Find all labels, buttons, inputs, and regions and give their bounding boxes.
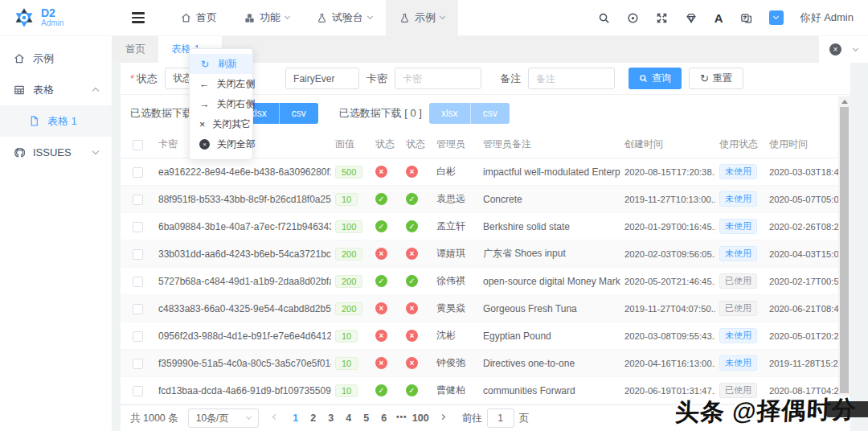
tab-label: 首页 [125, 43, 145, 56]
note-input[interactable] [528, 68, 615, 89]
header-tools: A 你好 Admin [598, 0, 868, 35]
status-filter-label: 状态 [130, 72, 158, 86]
next-page-button[interactable] [436, 417, 449, 419]
key-input[interactable] [395, 68, 481, 89]
csv-download-button[interactable]: csv [280, 103, 318, 124]
table-body: ea916222-8e94-4e6e-b438-6a3096280f19500×… [121, 158, 850, 431]
refresh-icon: ↻ [199, 58, 211, 70]
scrollbar-thumb[interactable] [840, 107, 849, 393]
nav-item-playground[interactable]: 试验台 [303, 0, 386, 35]
pagination-ellipsis[interactable]: ••• [393, 413, 411, 424]
total-count-label: 共 1000 条 [130, 412, 178, 425]
scroll-up-arrow-icon[interactable] [838, 96, 850, 106]
theme-dropdown[interactable] [769, 10, 784, 25]
menu-item-close-all[interactable]: × 关闭全部 [190, 134, 252, 154]
status-error-icon: × [375, 248, 387, 260]
focus-icon[interactable] [627, 12, 639, 24]
nav-item-label: 试验台 [332, 10, 363, 25]
sidebar-item-issues[interactable]: ISSUES [0, 137, 112, 168]
search-icon [639, 74, 648, 83]
menu-item-refresh[interactable]: ↻ 刷新 [190, 54, 252, 74]
app-window: D2 Admin 首页 功能 试验台 示例 [0, 0, 868, 431]
row-checkbox[interactable] [133, 249, 143, 260]
fullscreen-icon[interactable] [656, 12, 668, 24]
sidebar-item-table[interactable]: 表格 [0, 74, 112, 105]
row-checkbox[interactable] [133, 359, 143, 369]
tab-home[interactable]: 首页 [113, 36, 158, 63]
table-row: f359990e-51a5-4c0a-80c5-3a5c70e5f01410××… [121, 350, 850, 377]
page-number-button[interactable]: 3 [322, 413, 340, 424]
page-number-button[interactable]: 6 [375, 413, 393, 424]
admin-name-cell: 黄昊焱 [432, 295, 479, 322]
card-key-cell: fcd13baa-dcda-4a66-91d9-bf109735509e [154, 377, 331, 404]
sidebar-item-table-1[interactable]: 表格 1 [0, 105, 112, 137]
nav-item-features[interactable]: 功能 [231, 0, 303, 35]
close-all-tabs-icon[interactable]: × [829, 43, 841, 55]
prev-page-button[interactable] [268, 417, 282, 419]
value-badge: 100 [335, 220, 362, 233]
use-status-badge: 未使用 [719, 191, 757, 207]
sidebar-item-label: 示例 [33, 51, 54, 66]
row-checkbox[interactable] [133, 277, 143, 287]
use-status-badge: 未使用 [719, 355, 757, 371]
search-button[interactable]: 查询 [628, 68, 682, 89]
status-error-icon: × [375, 302, 387, 314]
menu-item-close-left[interactable]: ← 关闭左侧 [190, 74, 252, 94]
sidebar-item-label: ISSUES [33, 146, 72, 158]
note-filter-label: 备注 [500, 72, 521, 86]
csv-download-button-disabled[interactable]: csv [471, 103, 510, 124]
use-status-badge: 未使用 [719, 219, 757, 234]
language-icon[interactable] [740, 12, 752, 24]
table-row: ea916222-8e94-4e6e-b438-6a3096280f19500×… [121, 158, 850, 186]
search-icon[interactable] [598, 12, 610, 24]
page-number-button[interactable]: 100 [411, 413, 431, 424]
created-time-cell: 2020-03-08T09:55:43... [620, 322, 715, 350]
app-logo[interactable]: D2 Admin [0, 0, 121, 35]
admin-name-cell: 白彬 [432, 158, 479, 186]
page-number-button[interactable]: 2 [305, 413, 322, 424]
menu-toggle-icon[interactable] [121, 0, 156, 35]
created-time-cell: 2019-11-27T10:13:00... [620, 186, 715, 213]
admin-input[interactable] [285, 68, 359, 89]
nav-item-demo[interactable]: 示例 [386, 0, 458, 35]
card-key-cell: ea916222-8e94-4e6e-b438-6a3096280f19 [154, 158, 331, 186]
page-number-button[interactable]: 4 [340, 413, 358, 424]
gem-icon[interactable] [685, 12, 698, 24]
row-checkbox[interactable] [133, 167, 143, 178]
chevron-down-icon [246, 414, 252, 420]
status-success-icon: ✓ [375, 384, 387, 396]
row-checkbox[interactable] [133, 331, 143, 342]
row-checkbox[interactable] [133, 304, 143, 314]
page-number-button[interactable]: 1 [287, 413, 305, 424]
admin-note-cell: Gorgeous Fresh Tuna [479, 295, 620, 322]
sidebar-item-demo[interactable]: 示例 [0, 43, 112, 74]
created-time-cell: 2020-08-15T17:20:38... [620, 158, 715, 186]
select-all-checkbox[interactable] [133, 140, 143, 150]
goto-page-input[interactable] [487, 408, 514, 428]
status-error-icon: × [406, 302, 418, 314]
top-navbar: D2 Admin 首页 功能 试验台 示例 [0, 0, 868, 36]
user-greeting[interactable]: 你好 Admin [800, 10, 854, 25]
arrow-left-icon: ← [199, 79, 210, 90]
goto-label: 前往 [462, 412, 482, 425]
page-number-button[interactable]: 5 [358, 413, 375, 424]
created-time-cell: 2020-05-20T21:46:45... [620, 268, 715, 295]
nav-item-home[interactable]: 首页 [167, 0, 231, 35]
tab-options-chevron-icon[interactable] [853, 45, 858, 51]
menu-item-close-right[interactable]: → 关闭右侧 [190, 94, 252, 114]
page-size-select[interactable]: 10条/页 [188, 408, 259, 428]
admin-note-cell: communities Forward [479, 377, 620, 404]
font-size-icon[interactable]: A [714, 11, 723, 25]
table-row: 5727b68a-c484-49d1-a1b9-2daa8d02bfa3200✓… [121, 268, 850, 295]
menu-item-close-others[interactable]: × 关闭其它 [190, 114, 252, 134]
admin-name-cell: 谭婧琪 [432, 240, 479, 268]
xlsx-download-button-disabled[interactable]: xlsx [429, 103, 471, 124]
chevron-down-icon [92, 148, 99, 154]
table-row: c4833a83-66a0-4325-9e54-4cabd8d2b58e200×… [121, 295, 850, 322]
vertical-scrollbar[interactable] [838, 96, 850, 404]
reset-button[interactable]: ↻ 重置 [689, 68, 743, 89]
row-checkbox[interactable] [133, 386, 143, 396]
row-checkbox[interactable] [133, 222, 143, 232]
row-checkbox[interactable] [133, 195, 143, 205]
table-row: 0956f2d3-988d-4d1e-b91f-e7e6e4d6412710××… [121, 322, 850, 350]
